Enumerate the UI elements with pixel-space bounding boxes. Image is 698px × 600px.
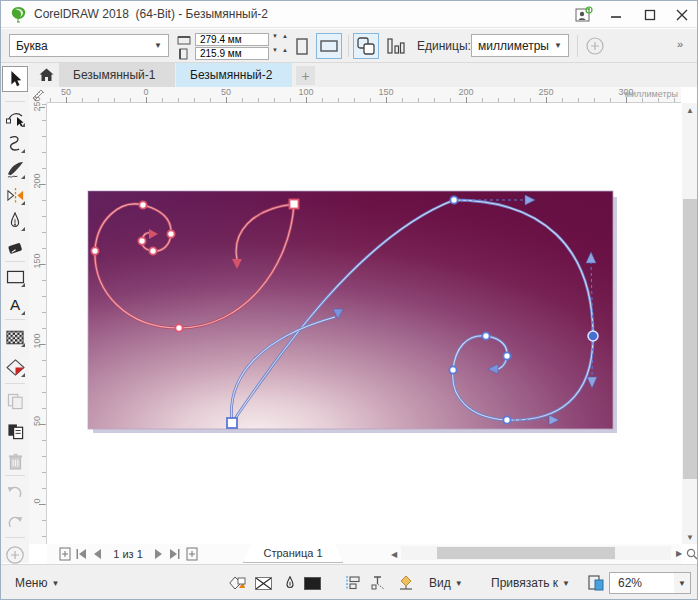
copy-icon (7, 393, 24, 410)
last-page-button[interactable] (167, 546, 182, 562)
dynamic-guides-toggle[interactable] (371, 565, 387, 600)
horizontal-scrollbar[interactable] (401, 546, 671, 560)
vertical-scroll-thumb[interactable] (683, 199, 697, 479)
welcome-screen-button[interactable] (35, 65, 57, 85)
artistic-media-icon (6, 160, 25, 179)
transparency-checker-icon (6, 330, 24, 345)
sign-in-button[interactable] (569, 1, 599, 28)
scroll-right-button[interactable]: ▶ (673, 547, 685, 560)
page-height-spinner[interactable]: ▼▲ (272, 48, 288, 53)
ruler-label: 50 (29, 416, 45, 432)
text-tool[interactable]: A (3, 293, 27, 317)
horizontal-scroll-thumb[interactable] (437, 547, 615, 559)
portrait-button[interactable] (289, 33, 315, 59)
page-width-spinner[interactable]: ▼▲ (272, 34, 288, 39)
new-document-tab-button[interactable]: + (296, 66, 315, 85)
menu-dropdown[interactable]: Меню ▼ (15, 565, 59, 600)
tab-document-1[interactable]: Безымянный-1 (59, 63, 175, 87)
add-page-before-button[interactable] (57, 546, 72, 562)
next-page-button[interactable] (151, 546, 166, 562)
previous-page-icon (93, 549, 102, 559)
text-icon: A (6, 296, 24, 314)
artistic-media-tool[interactable] (3, 157, 27, 181)
rectangle-tool[interactable] (3, 265, 27, 289)
previous-page-button[interactable] (90, 546, 105, 562)
undo-button[interactable] (3, 479, 27, 503)
alignment-guides-icon (344, 575, 360, 591)
shape-tool[interactable] (3, 105, 27, 129)
tab-document-2[interactable]: Безымянный-2 (176, 63, 292, 87)
page-tab[interactable]: Страница 1 (243, 544, 343, 563)
interactive-fill-tool[interactable] (3, 355, 27, 379)
zoom-dropdown-button[interactable]: ▼ (674, 572, 691, 594)
add-page-after-button[interactable] (184, 546, 199, 562)
maximize-button[interactable] (635, 1, 665, 28)
coreldraw-logo-icon (10, 6, 27, 23)
document-tab-bar: Безымянный-1 Безымянный-2 + (29, 63, 698, 87)
undo-icon (6, 483, 24, 500)
same-page-size-button[interactable] (353, 33, 379, 59)
plus-icon: + (301, 68, 309, 84)
minimize-button[interactable] (601, 1, 631, 28)
pen-tool[interactable] (3, 209, 27, 233)
redo-icon (6, 513, 24, 530)
snap-to-dropdown[interactable]: Привязать к ▼ (491, 565, 570, 600)
page-size-select[interactable]: Буква ▼ (9, 34, 169, 57)
delete-button[interactable] (3, 449, 27, 473)
drawing-canvas[interactable] (47, 103, 681, 544)
more-options-button[interactable]: » (677, 38, 683, 50)
window-title: CorelDRAW 2018 (64-Bit) - Безымянный-2 (34, 7, 268, 21)
page-size-value: Буква (16, 39, 48, 53)
close-button[interactable] (667, 1, 697, 28)
toolbox: A (1, 63, 29, 563)
snap-settings-toggle[interactable] (398, 565, 414, 600)
freehand-tool[interactable] (3, 131, 27, 155)
zoom-value: 62% (618, 576, 642, 590)
landscape-button[interactable] (316, 33, 342, 59)
first-page-button[interactable] (74, 546, 89, 562)
ruler-label: 200 (458, 87, 474, 103)
view-dropdown[interactable]: Вид ▼ (429, 565, 463, 600)
page-height-field[interactable] (195, 47, 269, 60)
outline-color-indicator[interactable] (304, 565, 321, 600)
horizontal-ruler[interactable]: миллиметры 50050100150200250300 (47, 87, 681, 103)
vertical-ruler[interactable]: 250200150100500 (29, 103, 47, 544)
scroll-down-button[interactable]: ▼ (682, 530, 698, 544)
mirror-tool[interactable] (3, 183, 27, 207)
copy-button[interactable] (3, 389, 27, 413)
navigator-button[interactable] (685, 546, 698, 561)
scroll-left-button[interactable]: ◀ (387, 547, 401, 561)
zoom-level-field[interactable]: 62% (609, 572, 675, 594)
ruler-label: 0 (29, 496, 45, 512)
vertical-scrollbar[interactable]: ▲ ▼ (682, 103, 698, 544)
redo-button[interactable] (3, 509, 27, 533)
title-bar[interactable]: CorelDRAW 2018 (64-Bit) - Безымянный-2 (1, 1, 697, 28)
alignment-guides-toggle[interactable] (344, 565, 360, 600)
ruler-label: 250 (538, 87, 554, 103)
no-fill-indicator[interactable] (255, 565, 272, 600)
scroll-up-button[interactable]: ▲ (682, 103, 698, 117)
pick-tool[interactable] (2, 66, 28, 92)
page-width-field[interactable] (195, 33, 269, 46)
fill-diamond-icon (6, 359, 25, 376)
separator (5, 475, 25, 476)
outline-pen-icon (284, 576, 296, 591)
add-control-button[interactable] (585, 36, 605, 56)
snap-to-label: Привязать к (491, 576, 558, 590)
units-select[interactable]: миллиметры ▼ (471, 34, 569, 57)
zoom-levels-button[interactable] (588, 565, 605, 600)
transparency-tool[interactable] (3, 325, 27, 349)
mixed-page-size-button[interactable] (383, 33, 409, 59)
selected-node[interactable] (588, 331, 598, 341)
ruler-label: 150 (29, 256, 45, 272)
paste-button[interactable] (3, 419, 27, 443)
chevron-down-icon: ▼ (554, 41, 562, 50)
eraser-tool[interactable] (3, 236, 27, 260)
ruler-label: 100 (29, 336, 45, 352)
chevron-down-icon: ▼ (154, 41, 162, 50)
ruler-label: 50 (58, 87, 74, 103)
fill-style-indicator[interactable] (229, 565, 246, 600)
last-page-icon (169, 549, 180, 559)
red-curve-start-node (290, 200, 299, 209)
outline-indicator[interactable] (284, 565, 296, 600)
